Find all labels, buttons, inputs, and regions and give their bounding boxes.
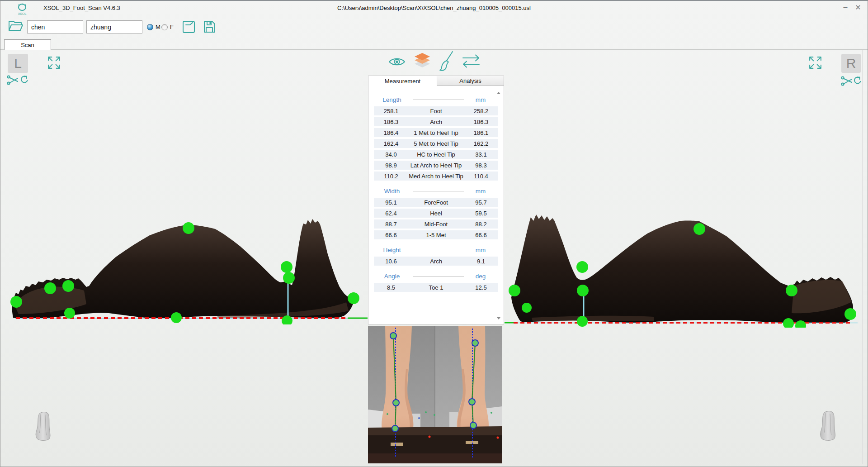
scroll-down-arrow[interactable] [497, 317, 500, 319]
measure-row: 186.3Arch186.3 [374, 117, 498, 126]
file-path: C:\Users\admin\Desktop\Scan\X\XSOL\chen_… [0, 5, 868, 11]
section-height: Heightmm 10.6Arch9.1 [368, 245, 504, 266]
measure-row: 10.6Arch9.1 [374, 257, 498, 266]
scissors-right-icon[interactable] [840, 76, 853, 86]
refresh-right-icon[interactable] [853, 75, 862, 87]
swap-arrows-icon[interactable] [461, 54, 481, 68]
panel-tabs: Measurement Analysis [368, 76, 504, 86]
rear-heel-photo[interactable] [368, 326, 502, 463]
notes-icon [181, 19, 196, 34]
male-label: M [156, 24, 160, 30]
brush-icon[interactable] [436, 50, 454, 72]
layers-icon[interactable] [413, 52, 431, 70]
save-button[interactable] [202, 19, 217, 34]
section-angle: Angledeg 8.5Toe 112.5 [368, 272, 504, 292]
measure-row: 98.9Lat Arch to Heel Tip98.3 [374, 161, 498, 170]
section-unit: mm [467, 247, 494, 253]
measure-row: 110.2Med Arch to Heel Tip110.4 [374, 172, 498, 181]
save-icon [202, 19, 217, 34]
measure-row: 258.1Foot258.2 [374, 106, 498, 115]
last-name-input[interactable] [86, 20, 142, 33]
gender-male-option[interactable]: M [147, 24, 160, 30]
tab-scan[interactable]: Scan [4, 39, 51, 50]
left-foot-label-button[interactable]: L [8, 54, 28, 73]
tab-analysis[interactable]: Analysis [437, 76, 504, 86]
open-folder-icon [7, 16, 24, 34]
male-radio[interactable] [147, 24, 153, 30]
right-foot-mesh [511, 214, 853, 324]
scissors-left-icon[interactable] [6, 75, 19, 86]
left-foot-mesh [12, 219, 354, 318]
measure-row: 162.45 Met to Heel Tip162.2 [374, 139, 498, 148]
left-foot-scan-view[interactable] [9, 214, 368, 324]
scroll-up-arrow[interactable] [497, 92, 500, 94]
measurement-panel: Measurement Analysis Lengthmm 258.1Foot2… [368, 76, 504, 324]
title-bar: XSOL XSOL_3D_Foot_Scan V4.6.3 C:\Users\a… [0, 1, 868, 14]
visibility-eye-icon[interactable] [388, 56, 406, 68]
tab-measurement[interactable]: Measurement [368, 76, 437, 86]
right-panel-divider [862, 50, 863, 464]
measure-row: 186.41 Met to Heel Tip186.1 [374, 128, 498, 137]
right-foot-scan-view[interactable] [505, 209, 858, 328]
notes-button[interactable] [181, 19, 196, 34]
section-length: Lengthmm 258.1Foot258.2 186.3Arch186.3 1… [368, 95, 504, 181]
section-title: Angle [375, 273, 409, 280]
minimize-button[interactable]: – [840, 2, 851, 13]
measure-row: 88.7Mid-Foot88.2 [374, 219, 498, 229]
section-title: Height [375, 247, 409, 253]
female-label: F [170, 24, 174, 30]
measure-row: 95.1ForeFoot95.7 [374, 198, 498, 207]
right-heel-figurine[interactable] [817, 410, 839, 442]
toolbar: M F [0, 14, 868, 40]
section-width: Widthmm 95.1ForeFoot95.7 62.4Heel59.5 88… [368, 186, 504, 239]
close-button[interactable]: ✕ [852, 2, 864, 13]
platform-front [368, 435, 502, 454]
right-foot-label-button[interactable]: R [841, 54, 861, 73]
tab-strip: Scan [0, 39, 868, 50]
floor [368, 453, 502, 463]
measurement-list: Lengthmm 258.1Foot258.2 186.3Arch186.3 1… [368, 86, 504, 324]
refresh-left-icon[interactable] [19, 74, 28, 86]
female-radio[interactable] [161, 24, 168, 30]
led-red-left [429, 436, 431, 438]
open-folder-button[interactable] [7, 16, 24, 34]
section-unit: mm [467, 96, 494, 103]
expand-right-icon[interactable] [808, 55, 823, 70]
gender-female-option[interactable]: F [161, 24, 174, 30]
section-unit: mm [467, 188, 494, 195]
measure-row: 62.4Heel59.5 [374, 209, 498, 218]
measure-row: 34.0HC to Heel Tip33.1 [374, 150, 498, 159]
measure-row: 8.5Toe 112.5 [374, 283, 498, 292]
app-window: XSOL XSOL_3D_Foot_Scan V4.6.3 C:\Users\a… [0, 0, 868, 467]
section-unit: deg [467, 273, 494, 280]
left-heel-figurine[interactable] [32, 411, 54, 442]
measure-row: 66.61-5 Met66.6 [374, 230, 498, 239]
section-title: Width [375, 188, 409, 195]
section-title: Length [375, 96, 409, 103]
led-red-right [497, 437, 499, 439]
first-name-input[interactable] [27, 20, 83, 33]
expand-left-icon[interactable] [47, 55, 61, 70]
